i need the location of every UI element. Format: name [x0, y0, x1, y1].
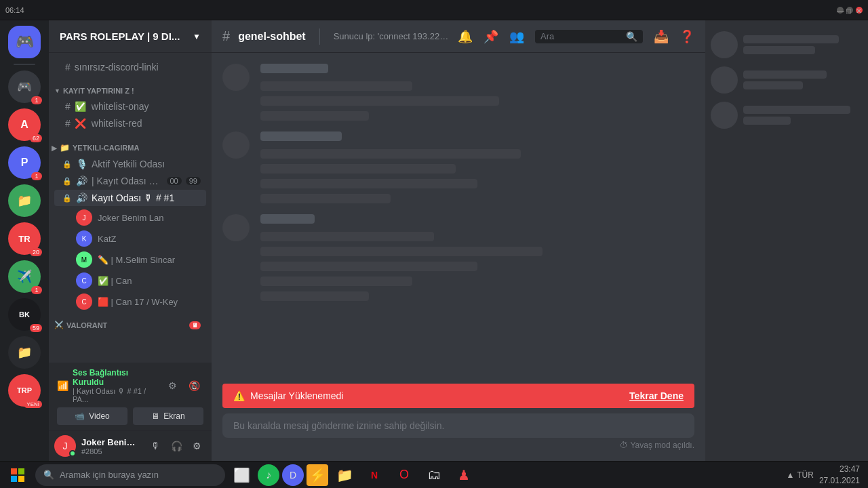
server-icon-5[interactable]: TR 20 — [8, 222, 41, 255]
category-kayit[interactable]: ▼ KAYIT YAPTIRINI Z ! — [49, 76, 212, 98]
svg-rect-2 — [11, 476, 17, 482]
notification-bell-btn[interactable]: 🔔 — [458, 29, 473, 44]
server-icon-1[interactable]: 🎮 1 — [8, 70, 41, 103]
skeleton-line-2d — [260, 194, 391, 203]
taskbar-app-taskview[interactable]: ⬜ — [228, 463, 255, 487]
taskbar-app-files[interactable]: 🗂 — [420, 463, 448, 487]
server-icon-4[interactable]: 📁 — [8, 184, 41, 217]
server-icon-9[interactable]: TRP YENİ — [8, 374, 41, 407]
server-name-bar[interactable]: PARS ROLEPLAY | 9 DI... ▼ — [49, 20, 212, 53]
skeleton-message-1 — [222, 64, 694, 121]
channel-item-kayit-odasi-1[interactable]: 🔒 🔊 Kayıt Odası 🎙 # #1 — [54, 190, 206, 206]
server-icon-discord[interactable]: 🎮 — [8, 26, 41, 58]
channel-item-kayit-odasi-main[interactable]: 🔒 🔊 | Kayıt Odası 🎙 # 00 99 — [54, 173, 206, 189]
voice-user-can17-name: 🟥 | Can 17 / W-Key — [98, 297, 201, 307]
category-label-yetkili: YETKILI-CAGIRMA — [73, 144, 139, 152]
taskbar-app-flash[interactable]: ⚡ — [307, 464, 328, 486]
taskbar-app-game[interactable]: ♟ — [450, 463, 477, 487]
channel-list: # sınırsız-discord-linki ▼ KAYIT YAPTIRI… — [49, 53, 212, 363]
server-icon-8[interactable]: 📁 — [8, 336, 41, 369]
clock-time: 23:47 — [819, 464, 860, 475]
server-9-badge: YENİ — [24, 401, 42, 408]
error-banner: ⚠️ Mesajlar Yüklenemedi Tekrar Dene — [222, 384, 694, 408]
voice-controls: ⚙ 📵 — [163, 376, 203, 395]
window-time: 06:14 — [5, 6, 24, 14]
lock-icon-3: 🔒 — [62, 194, 72, 203]
taskbar-app-netflix[interactable]: N — [361, 463, 388, 487]
voice-user-joker-avatar: J — [76, 209, 92, 226]
skeleton-message-2 — [222, 131, 694, 203]
channel-item-whitelist-onay[interactable]: # ✅ whitelist-onay — [54, 98, 206, 115]
windows-logo — [11, 468, 24, 482]
hash-icon-1: # — [65, 101, 71, 112]
channel-item-sinirsiz[interactable]: # sınırsız-discord-linki — [54, 59, 206, 75]
skeleton-content-2 — [260, 131, 694, 203]
members-btn[interactable]: 👥 — [509, 29, 524, 44]
pin-btn[interactable]: 📌 — [484, 29, 498, 44]
server-icon-3[interactable]: P 1 — [8, 146, 41, 179]
taskbar-app-file[interactable]: 📁 — [331, 463, 358, 487]
skeleton-name-3 — [260, 214, 315, 224]
retry-button[interactable]: Tekrar Dene — [629, 390, 684, 401]
help-btn[interactable]: ❓ — [679, 29, 694, 44]
server-name-chevron: ▼ — [193, 32, 201, 41]
chat-input-placeholder: Bu kanalda mesaj gönderme iznine sahip d… — [222, 413, 694, 438]
svg-rect-1 — [18, 468, 24, 474]
screen-icon: 🖥 — [151, 411, 159, 421]
taskbar-search-box[interactable]: 🔍 Aramak için buraya yazın — [35, 464, 225, 486]
search-icon: 🔍 — [626, 31, 637, 42]
server-icon-6[interactable]: ✈️ 1 — [8, 260, 41, 293]
channel-item-whitelist-red[interactable]: # ❌ whitelist-red — [54, 115, 206, 131]
server-7-badge: 59 — [30, 324, 42, 332]
voice-user-can17[interactable]: C 🟥 | Can 17 / W-Key — [54, 291, 206, 312]
skeleton-line-2a — [260, 149, 521, 159]
start-button[interactable] — [3, 463, 33, 487]
user-settings-btn[interactable]: ⚙ — [187, 436, 206, 455]
voice-disconnect-btn[interactable]: 📵 — [184, 376, 203, 395]
valorant-screen-btn[interactable]: 🖥 — [189, 321, 201, 329]
search-input[interactable] — [540, 31, 622, 41]
category-yetkili[interactable]: ▶ 📁 YETKILI-CAGIRMA — [49, 132, 212, 155]
skeleton-message-3 — [222, 214, 694, 301]
window-controls[interactable]: — □ ✕ — [837, 7, 863, 14]
taskbar-app-opera[interactable]: O — [391, 463, 418, 487]
maximize-btn[interactable]: □ — [846, 7, 853, 14]
server-icon-2[interactable]: A 62 — [8, 108, 41, 141]
voice-status: 📶 Ses Bağlantısı Kuruldu | Kayıt Odası 🎙… — [57, 368, 157, 403]
screen-btn[interactable]: 🖥 Ekran — [133, 407, 203, 425]
hash-icon-2: # — [65, 118, 71, 129]
voice-user-mselim[interactable]: M ✏️ | M.Selim Sincar — [54, 249, 206, 270]
voice-user-mselim-avatar: M — [76, 251, 92, 268]
voice-icon-1: 🎙️ — [76, 159, 87, 169]
right-sidebar-inner — [705, 20, 868, 140]
right-skeleton-avatar-3 — [711, 102, 738, 129]
minimize-btn[interactable]: — — [837, 7, 844, 14]
mute-btn[interactable]: 🎙 — [146, 436, 165, 455]
server-8-icon: 📁 — [17, 345, 32, 360]
voice-connection-bar: 📶 Ses Bağlantısı Kuruldu | Kayıt Odası 🎙… — [49, 363, 212, 430]
server-icon-7[interactable]: BK 59 — [8, 298, 41, 331]
taskbar-app-discord[interactable]: D — [282, 464, 304, 486]
voice-user-can[interactable]: C ✅ | Can — [54, 270, 206, 291]
skeleton-avatar-1 — [222, 64, 250, 91]
taskbar-app-spotify[interactable]: ♪ — [258, 464, 279, 486]
deafen-btn[interactable]: 🎧 — [167, 436, 186, 455]
skeleton-content-3 — [260, 214, 694, 301]
whitelist-red-prefix: ❌ — [75, 118, 86, 129]
channel-item-aktif-yetkili[interactable]: 🔒 🎙️ Aktif Yetkili Odası — [54, 156, 206, 172]
kayit-count-2: 99 — [186, 177, 201, 185]
channel-name-aktif-yetkili: Aktif Yetkili Odası — [92, 159, 201, 169]
search-box[interactable]: 🔍 — [535, 30, 643, 43]
category-valorant[interactable]: ⚔️ VALORANT 🖥 — [49, 312, 212, 332]
content-area: # genel-sohbet Sunucu lp: 'connect 193.2… — [212, 20, 705, 461]
voice-user-katz[interactable]: K KatZ — [54, 228, 206, 249]
video-btn[interactable]: 📹 Video — [57, 407, 127, 425]
inbox-btn[interactable]: 📥 — [654, 29, 669, 44]
skeleton-line-3c — [260, 262, 477, 271]
server-divider-1 — [14, 64, 35, 65]
video-label: Video — [89, 411, 109, 421]
voice-settings-btn[interactable]: ⚙ — [163, 376, 182, 395]
user-panel-controls: 🎙 🎧 ⚙ — [146, 436, 206, 455]
voice-user-joker[interactable]: J Joker Benim Lan — [54, 207, 206, 228]
close-btn[interactable]: ✕ — [856, 7, 863, 14]
